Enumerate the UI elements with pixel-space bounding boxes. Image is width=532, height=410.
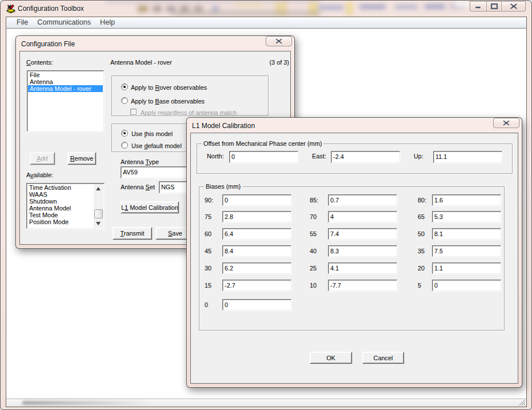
north-field[interactable]: 0: [229, 151, 298, 163]
antenna-set-value: NGS: [161, 183, 175, 191]
bias-value-90: 0: [225, 196, 228, 204]
list-item-antenna-model[interactable]: Antenna Model: [27, 205, 91, 212]
remove-button[interactable]: Remove: [67, 152, 96, 165]
dialog-title: Configuration File: [21, 40, 75, 48]
radio-apply-base[interactable]: [121, 97, 128, 104]
bias-label-75: 75: [205, 213, 211, 220]
bias-field-40[interactable]: 8.3: [328, 245, 397, 257]
button-label: Add: [30, 155, 54, 162]
bias-field-75[interactable]: 2.8: [222, 211, 291, 222]
l1-model-calibration-button[interactable]: L1 Model Calibration: [121, 201, 179, 213]
list-item-antenna[interactable]: Antenna: [28, 78, 103, 85]
bias-value-80: 1.6: [434, 196, 443, 204]
contents-label-accel: C: [26, 59, 31, 66]
bias-value-10: -7.7: [330, 281, 341, 289]
bias-field-35[interactable]: 7.5: [432, 245, 501, 257]
bias-field-65[interactable]: 5.3: [432, 211, 501, 222]
list-item-position-mode[interactable]: Position Mode: [27, 218, 91, 225]
east-label: East:: [312, 153, 326, 160]
label-part: S: [146, 184, 150, 190]
bias-field-30[interactable]: 6.2: [222, 262, 291, 274]
resize-grip[interactable]: [518, 399, 525, 405]
label-part: ransmit: [124, 230, 145, 237]
contents-label: Contents:: [26, 59, 53, 66]
radio-use-default-model[interactable]: [121, 142, 128, 149]
list-item-time-activation[interactable]: Time Activation: [27, 184, 91, 191]
menu-communications[interactable]: Communications: [33, 17, 95, 28]
bias-field-80[interactable]: 1.6: [432, 194, 501, 206]
bias-field-15[interactable]: -2.7: [222, 280, 291, 291]
title-bar[interactable]: Configuration Toolbox: [1, 1, 531, 17]
bias-field-0[interactable]: 0: [222, 299, 291, 311]
bias-field-5[interactable]: 0: [432, 280, 501, 291]
dialog-close-button[interactable]: [493, 118, 519, 128]
list-item-shutdown[interactable]: Shutdown: [27, 198, 91, 205]
available-scrollbar[interactable]: [94, 184, 103, 228]
radio-apply-rover-label[interactable]: Apply to Rover observables: [131, 84, 207, 91]
up-field[interactable]: 11.1: [433, 151, 502, 163]
bias-label-10: 10: [310, 282, 317, 289]
label-part: Use: [131, 142, 144, 149]
menu-help[interactable]: Help: [95, 17, 119, 28]
radio-apply-rover[interactable]: [121, 83, 128, 90]
bias-field-20[interactable]: 1.1: [432, 262, 501, 274]
available-label: Available:: [26, 172, 53, 178]
glass-artifact: [138, 6, 148, 12]
bias-value-85: 0.7: [330, 196, 339, 204]
list-item-file[interactable]: File: [28, 71, 103, 78]
glass-artifact: [455, 1, 470, 7]
bias-field-70[interactable]: 4: [328, 211, 397, 222]
label-part: Apply to: [131, 98, 155, 105]
close-icon: [275, 38, 282, 44]
list-item-waas[interactable]: WAAS: [27, 191, 91, 198]
bias-field-10[interactable]: -7.7: [328, 280, 397, 291]
radio-use-default-model-label[interactable]: Use default model: [131, 142, 182, 149]
available-listbox[interactable]: Time Activation WAAS Shutdown Antenna Mo…: [26, 183, 105, 229]
radio-use-this-model[interactable]: [121, 130, 128, 137]
close-button[interactable]: [502, 1, 526, 11]
add-button[interactable]: Add: [30, 152, 55, 165]
east-value: -2.4: [333, 153, 344, 161]
list-item-test-mode[interactable]: Test Mode: [27, 212, 91, 218]
bias-value-25: 4.1: [330, 264, 339, 272]
dialog-title: L1 Model Calibration: [192, 122, 255, 130]
scrollbar-thumb[interactable]: [94, 209, 103, 218]
bias-label-0: 0: [205, 301, 208, 308]
bias-field-25[interactable]: 4.1: [328, 262, 397, 274]
bias-field-90[interactable]: 0: [222, 194, 291, 206]
checkbox-antenna-match[interactable]: [130, 109, 137, 115]
radio-apply-base-label[interactable]: Apply to Base observables: [131, 98, 205, 105]
dialog-close-button[interactable]: [266, 36, 292, 46]
biases-group-label: Biases (mm): [204, 183, 242, 190]
maximize-button[interactable]: [486, 1, 502, 11]
bias-field-50[interactable]: 8.1: [432, 228, 501, 240]
contents-listbox[interactable]: File Antenna Antenna Model - rover: [27, 70, 104, 132]
list-item-antenna-model-rover[interactable]: Antenna Model - rover: [28, 85, 103, 92]
maximize-icon: [490, 3, 498, 10]
ok-button[interactable]: OK: [310, 352, 352, 364]
cancel-button[interactable]: Cancel: [362, 352, 404, 364]
bias-field-85[interactable]: 0.7: [328, 194, 397, 206]
radio-use-this-model-label[interactable]: Use this model: [131, 130, 173, 137]
menu-file[interactable]: File: [12, 17, 33, 28]
antenna-set-label: Antenna Set: [121, 184, 155, 190]
scroll-up-icon[interactable]: [94, 184, 103, 193]
glass-artifact: [106, 1, 321, 2]
bias-label-40: 40: [310, 248, 317, 254]
antenna-type-value: AV59: [123, 168, 138, 176]
bias-value-40: 8.3: [330, 247, 339, 255]
glass-artifact: [346, 2, 353, 15]
bias-value-0: 0: [225, 301, 228, 309]
east-field[interactable]: -2.4: [331, 151, 400, 163]
bias-value-45: 8.4: [225, 247, 233, 255]
bias-field-60[interactable]: 6.4: [222, 228, 291, 240]
bias-label-85: 85:: [310, 197, 318, 204]
dialog-body: Offset from Mechanical Phase center (mm)…: [191, 133, 518, 383]
transmit-button[interactable]: Transmit: [113, 227, 152, 240]
bias-field-45[interactable]: 8.4: [222, 245, 291, 257]
label-part: ave: [172, 230, 182, 237]
bias-field-55[interactable]: 7.4: [328, 228, 397, 240]
offset-group-label: Offset from Mechanical Phase center (mm): [202, 140, 323, 148]
scroll-down-icon[interactable]: [94, 218, 103, 228]
minimize-button[interactable]: [470, 1, 486, 11]
